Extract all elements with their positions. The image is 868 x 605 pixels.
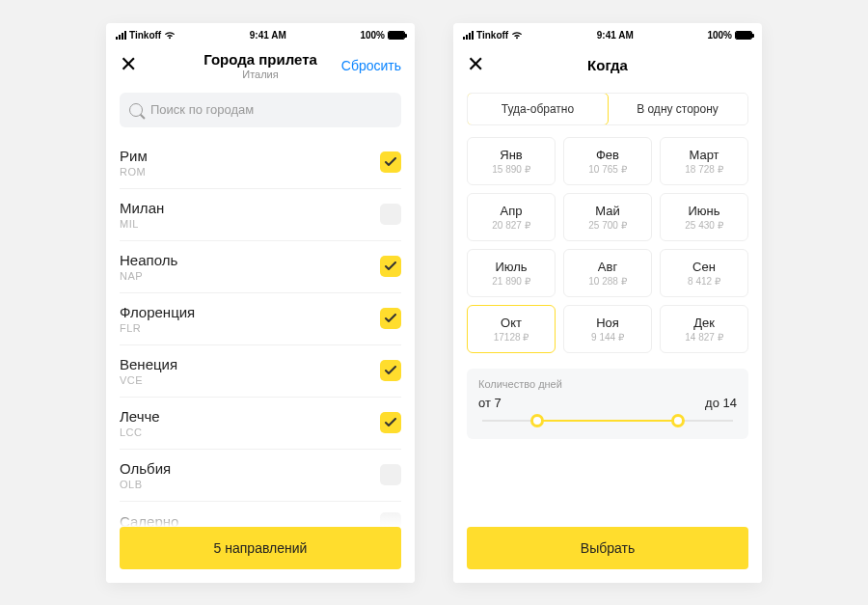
close-icon[interactable]: ✕ [467,54,484,75]
month-price: 18 728 ₽ [685,164,722,175]
statusbar: Tinkoff 9:41 AM 100% [453,23,762,44]
carrier-label: Tinkoff [129,30,161,41]
select-button-label: Выбрать [581,540,635,556]
city-name: Милан [120,200,164,216]
city-row[interactable]: МиланMIL [120,189,401,241]
month-price: 25 700 ₽ [588,220,626,231]
month-price: 20 827 ₽ [492,220,529,231]
wifi-icon [164,31,176,40]
month-cell[interactable]: Сен8 412 ₽ [660,249,748,297]
month-name: Апр [501,204,523,218]
month-price: 10 288 ₽ [588,276,626,287]
city-checkbox[interactable] [380,512,401,527]
select-button[interactable]: Выбрать [467,527,748,569]
tab-one-way[interactable]: В одну сторону [608,94,747,124]
month-grid: Янв15 890 ₽Фев10 765 ₽Март18 728 ₽Апр20 … [453,137,762,353]
city-checkbox[interactable] [380,204,401,225]
month-cell[interactable]: Дек14 827 ₽ [660,305,748,353]
city-name: Салерно [120,513,178,527]
city-code: LCC [120,426,160,438]
slider-from: от 7 [478,396,502,410]
month-cell[interactable]: Фев10 765 ₽ [563,137,652,185]
city-checkbox[interactable] [380,256,401,277]
month-name: Окт [501,316,522,330]
city-row[interactable]: ФлоренцияFLR [120,293,401,345]
city-checkbox[interactable] [380,151,401,173]
month-name: Фев [596,148,619,162]
apply-button-label: 5 направлений [214,540,308,556]
header: ✕ Города прилета Италия Сбросить [106,44,415,87]
slider-handle-from[interactable] [530,414,544,427]
month-price: 15 890 ₽ [492,164,529,175]
clock: 9:41 AM [176,30,360,41]
city-list[interactable]: РимROMМиланMILНеапольNAPФлоренцияFLRВене… [106,137,415,527]
city-row[interactable]: Салерно [120,502,401,527]
month-price: 14 827 ₽ [685,332,722,343]
search-input[interactable]: Поиск по городам [120,93,401,127]
month-price: 8 412 ₽ [688,276,720,287]
phone-cities: Tinkoff 9:41 AM 100% ✕ Города прилета Ит… [106,23,415,583]
tab-round-trip[interactable]: Туда-обратно [467,93,609,125]
month-cell[interactable]: Июнь25 430 ₽ [660,193,748,241]
slider-label: Количество дней [478,378,737,390]
month-cell[interactable]: Авг10 288 ₽ [563,249,652,297]
city-code: OLB [120,479,171,490]
month-cell[interactable]: Апр20 827 ₽ [467,193,556,241]
city-code: NAP [120,270,177,282]
slider-handle-to[interactable] [671,414,685,427]
city-code: VCE [120,374,177,386]
month-price: 21 890 ₽ [492,276,529,287]
signal-bars-icon [116,31,126,40]
city-checkbox[interactable] [380,308,401,329]
city-row[interactable]: ОльбияOLB [120,450,401,502]
slider-to: до 14 [705,396,737,410]
month-price: 9 144 ₽ [591,332,624,343]
month-cell[interactable]: Окт17128 ₽ [467,305,556,353]
month-name: Май [595,204,619,218]
month-cell[interactable]: Июль21 890 ₽ [467,249,556,297]
city-name: Рим [120,148,148,164]
city-row[interactable]: РимROM [120,137,401,189]
month-price: 10 765 ₽ [588,164,626,175]
month-cell[interactable]: Янв15 890 ₽ [467,137,556,185]
city-row[interactable]: ВенецияVCE [120,345,401,398]
reset-button[interactable]: Сбросить [341,58,401,73]
month-price: 25 430 ₽ [685,220,722,231]
city-code: MIL [120,218,164,230]
month-price: 17128 ₽ [494,332,529,343]
city-row[interactable]: ЛеччеLCC [120,398,401,450]
city-row[interactable]: НеапольNAP [120,241,401,293]
month-cell[interactable]: Март18 728 ₽ [660,137,748,185]
phone-when: Tinkoff 9:41 AM 100% ✕ Когда Туда-обратн… [453,23,762,583]
slider-track[interactable] [482,420,733,422]
wifi-icon [511,31,523,40]
battery-pct: 100% [707,30,732,41]
city-checkbox[interactable] [380,464,401,485]
city-checkbox[interactable] [380,412,401,433]
city-name: Венеция [120,356,177,372]
city-code: ROM [120,166,148,178]
month-name: Июнь [688,204,719,218]
statusbar: Tinkoff 9:41 AM 100% [106,23,415,44]
carrier-label: Tinkoff [476,30,508,41]
month-name: Янв [500,148,522,162]
city-checkbox[interactable] [380,360,401,381]
month-name: Июль [495,260,527,274]
battery-pct: 100% [360,30,385,41]
battery-icon [388,31,405,40]
battery-icon [735,31,752,40]
apply-button[interactable]: 5 направлений [120,527,401,569]
month-name: Сен [692,260,716,274]
month-cell[interactable]: Май25 700 ₽ [563,193,652,241]
month-name: Март [689,148,719,162]
signal-bars-icon [463,31,474,40]
month-name: Ноя [596,316,619,330]
clock: 9:41 AM [523,30,707,41]
month-name: Авг [598,260,617,274]
trip-type-segmented[interactable]: Туда-обратно В одну сторону [467,93,748,125]
month-cell[interactable]: Ноя9 144 ₽ [563,305,652,353]
city-name: Неаполь [120,252,177,268]
city-name: Лечче [120,408,160,425]
close-icon[interactable]: ✕ [120,54,137,75]
days-slider[interactable]: Количество дней от 7 до 14 [467,369,748,439]
